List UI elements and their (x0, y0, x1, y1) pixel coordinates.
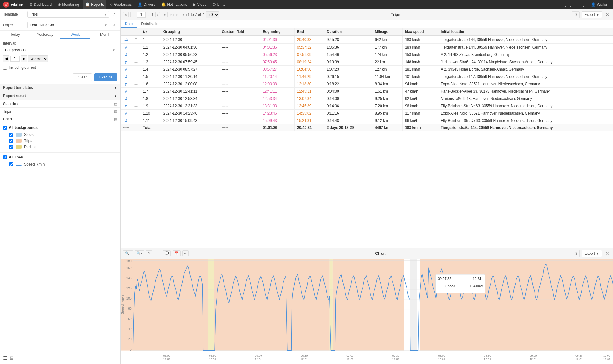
row-check-cell[interactable]: — (132, 95, 140, 102)
nav-reports[interactable]: 📋 Reports (83, 0, 106, 9)
nav-notifications[interactable]: 🔔 Notifications (159, 0, 189, 9)
row-check-cell[interactable]: — (132, 51, 140, 58)
row-icon-cell[interactable]: ⇄ (121, 58, 132, 66)
interval-select[interactable]: For previous ▼ (3, 47, 117, 53)
stepper-next[interactable]: ▶ (21, 55, 27, 62)
row-expand-icon[interactable]: ⇄ (125, 67, 127, 71)
row-check-cell[interactable]: — (132, 102, 140, 110)
all-backgrounds-checkbox[interactable] (3, 126, 7, 130)
per-page-select[interactable]: 50 (206, 11, 219, 18)
tab-month[interactable]: Month (90, 31, 121, 39)
last-page-btn[interactable]: » (162, 12, 167, 17)
object-select[interactable]: EcoDriving Car ▼ (27, 22, 109, 28)
print-button[interactable]: 🖨 (572, 11, 580, 18)
first-page-btn[interactable]: « (123, 12, 129, 17)
nav-monitoring[interactable]: ◉ Monitoring (55, 0, 82, 9)
prev-page-btn[interactable]: ‹ (130, 12, 135, 17)
row-expand-icon[interactable]: ⇄ (124, 37, 128, 42)
chart-print-btn[interactable]: 🖨 (572, 250, 580, 257)
row-icon-cell[interactable]: ⇄ (121, 88, 132, 95)
x-tick-0800-date: 12-31 (438, 357, 445, 360)
object-refresh-icon[interactable]: ↺ (111, 22, 117, 28)
stops-checkbox[interactable] (9, 133, 13, 137)
clear-button[interactable]: Clear (73, 73, 92, 81)
tab-week[interactable]: Week (60, 31, 90, 39)
row-expand-icon[interactable]: ⇄ (125, 53, 127, 56)
row-check-cell[interactable]: — (132, 117, 140, 124)
user-menu[interactable]: 👤 Wialon (589, 2, 611, 7)
table-close-btn[interactable]: ✕ (604, 12, 611, 17)
including-current-checkbox[interactable] (3, 66, 7, 70)
row-check-cell[interactable]: — (132, 110, 140, 117)
zoom-in-btn[interactable]: 🔍+ (123, 250, 133, 256)
logo[interactable]: W wialon (2, 1, 23, 8)
template-select[interactable]: Trips ▼ (27, 11, 109, 18)
row-expand-icon[interactable]: ⇄ (125, 60, 127, 64)
row-check-cell[interactable]: — (132, 58, 140, 66)
row-check-cell[interactable]: — (132, 80, 140, 88)
row-check-cell[interactable]: — (132, 44, 140, 51)
nav-dashboard[interactable]: ⊞ Dashboard (27, 0, 54, 9)
trips-checkbox[interactable] (9, 139, 13, 143)
chart-export-btn[interactable]: Export ▼ (582, 250, 602, 257)
zoom-reset-btn[interactable]: ⟳ (146, 250, 152, 256)
report-result-section[interactable]: Report result ▲ (0, 92, 120, 100)
template-refresh-icon[interactable]: ↺ (111, 11, 117, 18)
result-trips[interactable]: Trips ▤ (0, 108, 120, 115)
parkings-checkbox[interactable] (9, 145, 13, 149)
stepper-input[interactable] (10, 56, 20, 62)
row-icon-cell[interactable]: ⇄ (121, 80, 132, 88)
calendar-btn[interactable]: 📅 (173, 250, 181, 256)
speed-line-checkbox[interactable] (9, 162, 13, 166)
including-current-label: Including current (9, 65, 36, 70)
row-icon-cell[interactable]: ⇄ (121, 51, 132, 58)
next-page-btn[interactable]: › (155, 12, 160, 17)
row-expand-icon[interactable]: ⇄ (125, 82, 127, 86)
grid-view-icon[interactable]: ⊞ (10, 355, 14, 361)
tab-today[interactable]: Today (0, 31, 30, 39)
row-icon-cell[interactable]: ⇄ (121, 102, 132, 110)
interval-unit-select[interactable]: weeks (28, 55, 48, 62)
nav-drivers[interactable]: 👤 Drivers (135, 0, 158, 9)
row-check-cell[interactable]: — (132, 73, 140, 80)
result-chart[interactable]: Chart ▤ (0, 115, 120, 123)
nav-units[interactable]: ⬡ Units (210, 0, 228, 9)
more-icon[interactable]: ⋮ (580, 2, 587, 8)
fullscreen-btn[interactable]: ⛶ (154, 251, 161, 256)
tab-yesterday[interactable]: Yesterday (30, 31, 60, 39)
row-expand-icon[interactable]: ⇄ (125, 104, 127, 108)
row-expand-icon[interactable]: ⇄ (125, 97, 127, 100)
row-icon-cell[interactable]: ⇄ (121, 110, 132, 117)
row-icon-cell[interactable]: ⇄ (121, 44, 132, 51)
nav-video[interactable]: ▶ Video (191, 0, 209, 9)
list-view-icon[interactable]: ☰ (3, 355, 7, 361)
pen-btn[interactable]: ✏ (182, 250, 189, 256)
row-expand-icon[interactable]: ⇄ (125, 111, 127, 115)
result-statistics[interactable]: Statistics ▤ (0, 100, 120, 108)
page-input[interactable] (137, 12, 146, 18)
chart-close-btn[interactable]: ✕ (604, 250, 611, 256)
row-icon-cell[interactable]: ⇄ (121, 117, 132, 124)
row-icon-cell[interactable]: ⇄ (121, 95, 132, 102)
all-lines-checkbox[interactable] (3, 155, 7, 159)
row-expand-icon[interactable]: ⇄ (125, 89, 127, 93)
tab-date[interactable]: Date (121, 20, 137, 28)
tab-detalization[interactable]: Detalization (137, 20, 165, 28)
stepper-prev[interactable]: ◀ (3, 55, 9, 62)
row-check-cell[interactable]: — (132, 66, 140, 73)
row-expand-icon[interactable]: ⇄ (125, 46, 127, 49)
row-icon-cell[interactable]: ⇄ (121, 73, 132, 80)
grid-icon[interactable]: ⋮⋮⋮ (562, 2, 579, 8)
row-expand-icon[interactable]: ⇄ (125, 75, 127, 78)
comment-btn[interactable]: 💬 (163, 250, 171, 256)
execute-button[interactable]: Execute (94, 73, 117, 81)
report-templates-section[interactable]: Report templates ▼ (0, 84, 120, 92)
row-check-cell[interactable]: ☐ (132, 36, 140, 44)
row-icon-cell[interactable]: ⇄ (121, 66, 132, 73)
nav-geofences[interactable]: ◇ Geofences (108, 0, 134, 9)
row-expand-icon[interactable]: ⇄ (125, 119, 127, 122)
zoom-out-btn[interactable]: 🔍- (135, 250, 144, 256)
export-button[interactable]: Export ▼ (582, 11, 602, 18)
row-icon-cell[interactable]: ⇄ (121, 36, 132, 44)
row-check-cell[interactable]: — (132, 88, 140, 95)
